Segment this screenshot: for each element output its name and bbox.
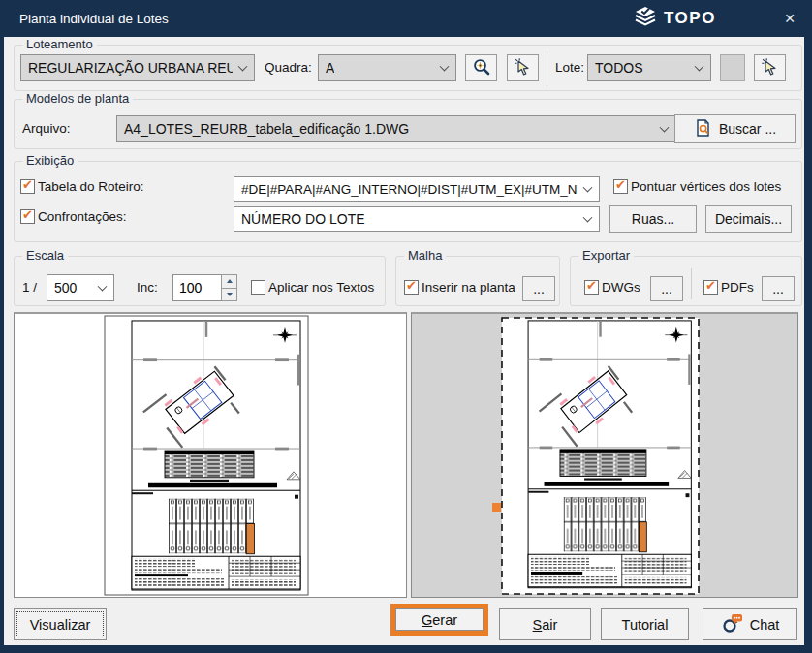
ellipsis-icon: ... xyxy=(772,281,784,296)
group-exibicao: Exibição ✔ Tabela do Roteiro: #DE|#PARA|… xyxy=(14,161,802,242)
confrontacoes-value: NÚMERO DO LOTE xyxy=(241,211,365,227)
confrontacoes-checkbox[interactable]: ✔ Confrontações: xyxy=(20,209,127,224)
checkbox-box: ✔ xyxy=(20,179,35,194)
cursor-pick-icon xyxy=(761,57,780,79)
group-loteamento-label: Loteamento xyxy=(22,37,97,51)
arrow-up-icon xyxy=(227,279,233,283)
check-mark-icon: ✔ xyxy=(22,177,33,192)
dwgs-more-button[interactable]: ... xyxy=(650,276,683,301)
chevron-down-icon xyxy=(695,62,704,72)
loteamento-select[interactable]: REGULARIZAÇÃO URBANA REURB xyxy=(20,54,255,81)
lote-select[interactable]: TODOS xyxy=(587,54,711,81)
dialog-body: Loteamento REGULARIZAÇÃO URBANA REURB Qu… xyxy=(4,37,804,645)
preview-original-panel[interactable] xyxy=(14,312,407,598)
escala-select[interactable]: 500 xyxy=(47,274,114,301)
check-mark-icon: ✔ xyxy=(586,278,597,293)
sair-button[interactable]: Sair xyxy=(499,608,591,640)
check-mark-icon: ✔ xyxy=(22,207,33,222)
gerar-button-label: Gerar xyxy=(422,612,457,628)
pick-quadra-button[interactable] xyxy=(507,54,539,81)
quadra-label: Quadra: xyxy=(265,60,312,75)
group-escala-label: Escala xyxy=(22,248,68,263)
quadra-value: A xyxy=(326,60,334,76)
divider xyxy=(547,51,547,86)
brand: TOPO xyxy=(633,0,716,37)
spin-down-button[interactable] xyxy=(221,289,237,302)
preview-result-panel[interactable] xyxy=(411,312,798,598)
group-exportar-label: Exportar xyxy=(578,248,634,263)
selection-grip xyxy=(492,503,501,512)
roteiro-format-value: #DE|#PARA|#ANG_INTERNO|#DIST|#UTM_EX|#UT… xyxy=(241,182,578,197)
pontuar-vertices-checkbox[interactable]: ✔ Pontuar vértices dos lotes xyxy=(613,179,781,194)
pick-lote-button[interactable] xyxy=(754,54,786,81)
ruas-button-label: Ruas... xyxy=(632,211,674,227)
ruas-button[interactable]: Ruas... xyxy=(609,205,697,233)
buscar-button[interactable]: Buscar ... xyxy=(674,114,796,143)
inc-stepper xyxy=(172,274,237,301)
inc-input[interactable] xyxy=(172,274,221,301)
cursor-pick-icon xyxy=(514,57,533,79)
escala-value: 500 xyxy=(54,280,77,295)
confrontacoes-label: Confrontações: xyxy=(38,209,127,224)
checkbox-box: ✔ xyxy=(20,209,35,224)
aplicar-textos-label: Aplicar nos Textos xyxy=(268,280,374,295)
chevron-down-icon xyxy=(98,282,108,292)
dwgs-checkbox[interactable]: ✔ DWGs xyxy=(584,280,640,295)
check-mark-icon: ✔ xyxy=(705,278,716,293)
gerar-button[interactable]: Gerar xyxy=(395,608,484,631)
lote-placeholder-box xyxy=(720,54,745,81)
group-loteamento: Loteamento REGULARIZAÇÃO URBANA REURB Qu… xyxy=(14,45,802,91)
group-escala: Escala 1 / 500 Inc: ✔ Aplicar nos Textos xyxy=(14,256,386,306)
checkbox-box: ✔ xyxy=(584,280,599,295)
group-modelos-label: Modelos de planta xyxy=(22,91,133,106)
chevron-down-icon xyxy=(660,123,670,133)
ellipsis-icon: ... xyxy=(661,281,672,296)
visualizar-button-label: Visualizar xyxy=(30,617,91,633)
checkbox-box: ✔ xyxy=(251,280,265,295)
decimais-button-label: Decimais... xyxy=(715,211,782,227)
arquivo-select[interactable]: A4_LOTES_REURB_tabela_edificação 1.DWG xyxy=(116,115,676,142)
tutorial-button-label: Tutorial xyxy=(622,617,669,633)
gerar-highlight-frame: Gerar xyxy=(390,604,488,636)
checkbox-box: ✔ xyxy=(613,179,628,194)
magnifier-compass-icon xyxy=(472,57,491,79)
tutorial-button[interactable]: Tutorial xyxy=(601,608,689,640)
left-preview-drawing xyxy=(15,314,406,597)
brand-name: TOPO xyxy=(664,9,716,28)
group-exibicao-label: Exibição xyxy=(22,153,78,168)
checkbox-box: ✔ xyxy=(404,280,419,295)
visualizar-button[interactable]: Visualizar xyxy=(14,608,107,640)
chat-button[interactable]: Chat xyxy=(703,608,797,640)
group-malha-label: Malha xyxy=(404,248,446,263)
roteiro-format-select[interactable]: #DE|#PARA|#ANG_INTERNO|#DIST|#UTM_EX|#UT… xyxy=(234,176,600,202)
malha-more-button[interactable]: ... xyxy=(522,276,555,301)
pdfs-checkbox[interactable]: ✔ PDFs xyxy=(703,280,754,295)
divider xyxy=(691,268,692,299)
confrontacoes-select[interactable]: NÚMERO DO LOTE xyxy=(234,206,600,232)
check-mark-icon: ✔ xyxy=(615,177,626,192)
chevron-down-icon xyxy=(583,183,593,193)
tabela-roteiro-label: Tabela do Roteiro: xyxy=(38,179,144,194)
chat-button-label: Chat xyxy=(750,617,780,633)
zoom-search-button[interactable] xyxy=(465,54,497,81)
right-preview-drawing xyxy=(412,314,797,597)
inserir-planta-label: Inserir na planta xyxy=(422,280,515,295)
inserir-planta-checkbox[interactable]: ✔ Inserir na planta xyxy=(404,280,515,295)
decimais-button[interactable]: Decimais... xyxy=(705,205,792,233)
pdfs-more-button[interactable]: ... xyxy=(762,276,795,301)
inc-label: Inc: xyxy=(137,280,158,295)
lote-label: Lote: xyxy=(555,60,584,75)
tabela-roteiro-checkbox[interactable]: ✔ Tabela do Roteiro: xyxy=(20,179,144,194)
ellipsis-icon: ... xyxy=(533,281,545,296)
pdfs-label: PDFs xyxy=(721,280,754,295)
close-icon[interactable]: ✕ xyxy=(773,0,806,37)
group-modelos: Modelos de planta Arquivo: A4_LOTES_REUR… xyxy=(14,99,802,149)
file-search-icon xyxy=(694,118,713,140)
spin-up-button[interactable] xyxy=(221,274,237,289)
quadra-select[interactable]: A xyxy=(318,54,456,81)
check-mark-icon: ✔ xyxy=(406,278,417,293)
aplicar-textos-checkbox[interactable]: ✔ Aplicar nos Textos xyxy=(251,280,374,295)
title-bar: Planta individual de Lotes TOPO ✕ xyxy=(0,0,812,37)
chevron-down-icon xyxy=(583,213,593,223)
pontuar-vertices-label: Pontuar vértices dos lotes xyxy=(631,179,781,194)
